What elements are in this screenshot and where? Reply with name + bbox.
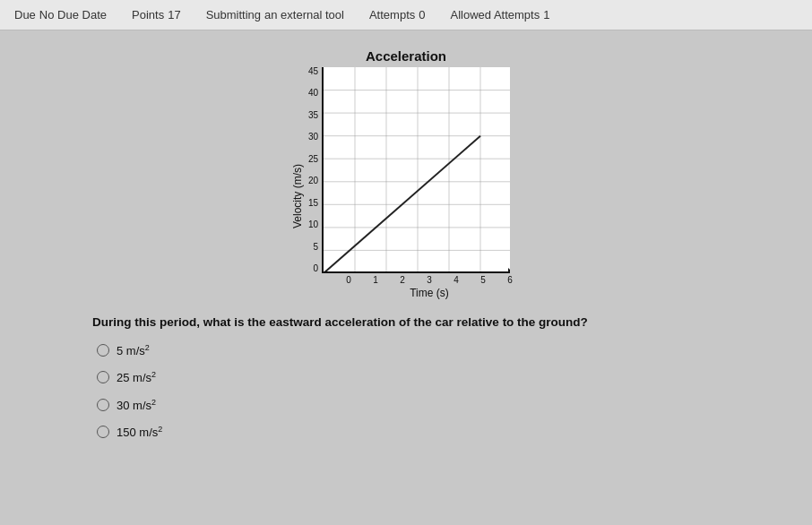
y-axis-label: Velocity (m/s) — [291, 164, 304, 228]
radio-2[interactable] — [97, 371, 109, 383]
options-list: 5 m/s2 25 m/s2 30 m/s2 150 m/s2 — [97, 343, 724, 439]
option-1[interactable]: 5 m/s2 — [97, 343, 724, 357]
points-item: Points 17 — [132, 8, 181, 22]
attempts-item: Attempts 0 — [369, 8, 426, 22]
attempts-label: Attempts — [369, 8, 415, 22]
content-area: Acceleration Velocity (m/s) 45 40 35 30 … — [0, 30, 812, 525]
chart-container: Velocity (m/s) 45 40 35 30 25 20 15 10 5 — [289, 67, 523, 299]
x-tick-6: 6 — [497, 275, 523, 285]
option-label-1: 5 m/s2 — [117, 343, 150, 357]
x-tick-4: 4 — [443, 275, 470, 285]
radio-3[interactable] — [97, 399, 109, 411]
chart-section: Acceleration Velocity (m/s) 45 40 35 30 … — [289, 48, 523, 299]
question-text: During this period, what is the eastward… — [92, 315, 720, 329]
y-axis-label-container: Velocity (m/s) — [289, 93, 307, 299]
y-tick-15: 15 — [308, 199, 318, 208]
attempts-value: 0 — [419, 8, 425, 22]
radio-1[interactable] — [97, 344, 109, 357]
x-tick-0: 0 — [335, 275, 362, 285]
allowed-value: 1 — [543, 8, 549, 22]
allowed-label: Allowed Attempts — [450, 8, 540, 22]
option-2[interactable]: 25 m/s2 — [97, 370, 724, 384]
header-bar: Due No Due Date Points 17 Submitting an … — [0, 0, 812, 30]
chart-with-axes: 45 40 35 30 25 20 15 10 5 0 — [308, 67, 523, 299]
due-item: Due No Due Date — [14, 8, 107, 22]
chart-title: Acceleration — [366, 48, 446, 64]
question-content: During this period, what is the eastward… — [92, 315, 588, 329]
option-label-3: 30 m/s2 — [117, 398, 156, 412]
svg-line-14 — [324, 136, 480, 271]
allowed-attempts-item: Allowed Attempts 1 — [450, 8, 549, 22]
svg-marker-15 — [508, 268, 510, 271]
grid-svg — [324, 67, 510, 271]
submitting-item: Submitting an external tool — [206, 8, 344, 22]
x-ticks: 0 1 2 3 4 5 6 — [335, 275, 523, 285]
y-tick-30: 30 — [308, 133, 318, 142]
y-ticks: 45 40 35 30 25 20 15 10 5 0 — [308, 67, 322, 273]
points-value: 17 — [168, 8, 180, 22]
y-tick-45: 45 — [308, 67, 318, 76]
x-tick-3: 3 — [416, 275, 443, 285]
option-label-4: 150 m/s2 — [117, 425, 162, 439]
y-tick-10: 10 — [308, 220, 318, 229]
x-tick-5: 5 — [470, 275, 497, 285]
submitting-label: Submitting — [206, 8, 261, 22]
option-4[interactable]: 150 m/s2 — [97, 425, 724, 439]
option-3[interactable]: 30 m/s2 — [97, 398, 724, 412]
submitting-value: an external tool — [264, 8, 344, 22]
due-value: No Due Date — [39, 8, 107, 22]
y-tick-40: 40 — [308, 89, 318, 98]
x-axis-label: Time (s) — [335, 287, 523, 299]
axis-labels-row: Time (s) — [335, 285, 523, 299]
graph-area — [322, 67, 510, 273]
points-label: Points — [132, 8, 164, 22]
due-label: Due — [14, 8, 36, 22]
x-ticks-row: 0 1 2 3 4 5 6 — [335, 273, 523, 285]
y-tick-5: 5 — [314, 243, 319, 252]
option-label-2: 25 m/s2 — [117, 370, 156, 384]
y-tick-0: 0 — [314, 264, 319, 273]
y-tick-35: 35 — [308, 111, 318, 120]
radio-4[interactable] — [97, 426, 109, 438]
y-tick-25: 25 — [308, 155, 318, 164]
x-tick-2: 2 — [389, 275, 416, 285]
x-tick-1: 1 — [362, 275, 389, 285]
y-tick-20: 20 — [308, 176, 318, 185]
chart-inner: 45 40 35 30 25 20 15 10 5 0 — [308, 67, 523, 273]
